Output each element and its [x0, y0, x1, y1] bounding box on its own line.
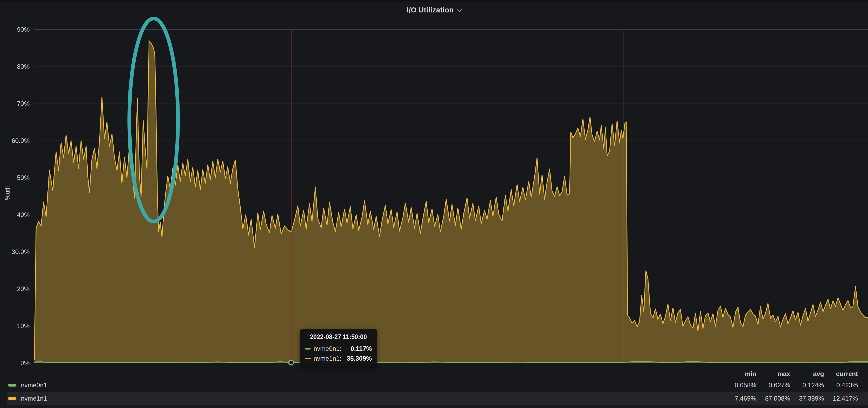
stat-current: 0.423% — [824, 381, 858, 389]
y-axis-tick-label: 30.0% — [1, 248, 30, 256]
chevron-down-icon[interactable] — [457, 7, 462, 12]
stat-min: 0.058% — [722, 381, 756, 389]
y-axis-tick-label: 40% — [1, 211, 30, 219]
stat-max: 87.008% — [756, 395, 790, 402]
tooltip-timestamp: 2022-08-27 11:50:00 — [305, 333, 372, 341]
tooltip-row-nvme1n1: nvme1n1: 35.309% — [305, 353, 372, 363]
tooltip-series-value: 0.117% — [350, 345, 372, 352]
y-axis-title: %util — [4, 180, 11, 206]
y-axis-tick-label: 60.0% — [1, 137, 30, 145]
series-label-nvme1n1[interactable]: nvme1n1 — [21, 395, 47, 402]
y-axis-tick-label: 10% — [1, 322, 30, 330]
stat-min: 7.469% — [722, 395, 756, 402]
y-axis-tick-label: 80% — [1, 63, 30, 71]
y-axis-tick-label: 70% — [1, 100, 30, 108]
panel-header[interactable]: I/O Utilization — [0, 2, 868, 18]
legend-row-nvme0n1: nvme0n1 0.058% 0.627% 0.124% 0.423% — [0, 379, 868, 392]
legend-column-max[interactable]: max — [756, 370, 790, 378]
series-dash-icon — [305, 348, 311, 349]
legend: min max avg current nvme0n1 0.058% 0.627… — [0, 369, 868, 405]
stat-max: 0.627% — [756, 381, 790, 389]
series-swatch-nvme1n1[interactable] — [8, 397, 17, 400]
series-label-nvme0n1[interactable]: nvme0n1 — [21, 381, 47, 389]
panel-top-edge — [0, 0, 868, 2]
stat-avg: 0.124% — [790, 381, 824, 389]
legend-column-current[interactable]: current — [824, 370, 858, 378]
stat-avg: 37.389% — [790, 395, 824, 402]
legend-column-avg[interactable]: avg — [790, 370, 824, 378]
tooltip-row-nvme0n1: nvme0n1: 0.117% — [305, 344, 372, 353]
plot-area[interactable] — [34, 30, 868, 363]
legend-row-nvme1n1: nvme1n1 7.469% 87.008% 37.389% 12.417% — [0, 392, 868, 405]
stat-current: 12.417% — [824, 395, 858, 402]
y-axis-tick-label: 90% — [1, 26, 30, 34]
page-title[interactable]: I/O Utilization — [407, 6, 454, 14]
chart-tooltip: 2022-08-27 11:50:00 nvme0n1: 0.117% nvme… — [300, 329, 377, 367]
tooltip-series-name: nvme0n1: — [313, 345, 341, 352]
y-axis-tick-label: 20% — [1, 285, 30, 293]
crosshair-point-marker — [289, 360, 294, 365]
legend-header-row: min max avg current — [0, 369, 868, 379]
y-axis-tick-label: 0% — [1, 359, 30, 367]
series-dash-icon — [305, 358, 311, 359]
series-swatch-nvme0n1[interactable] — [8, 384, 17, 386]
series-fill-nvme1n1[interactable] — [34, 41, 868, 363]
legend-column-min[interactable]: min — [722, 370, 756, 378]
grafana-panel: I/O Utilization 0%10%20%30.0%40%50%60.0%… — [0, 0, 868, 408]
timeseries-chart[interactable] — [34, 30, 868, 363]
tooltip-series-value: 35.309% — [347, 355, 372, 362]
tooltip-series-name: nvme1n1: — [313, 355, 341, 362]
